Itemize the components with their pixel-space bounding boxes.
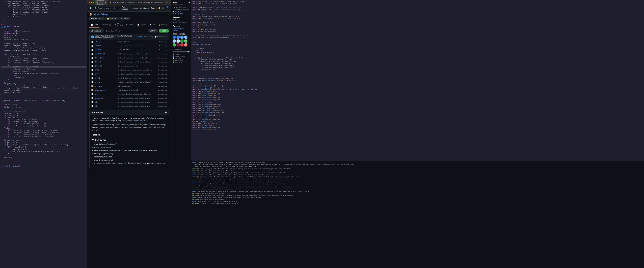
table-row[interactable]: 🖼️ screenshot.png Add README.md for this… [90,88,169,92]
code-button[interactable]: ↓ Code ▾ [159,29,169,32]
chat-message: warbucks: upstream: there's no reason no… [192,170,643,172]
branch-selector[interactable]: ⎇ c2a1a25d ▾ [90,29,104,32]
contributor-avatar[interactable]: a [184,35,188,39]
file-name[interactable]: Makefile [95,45,117,47]
table-row[interactable]: 📄 transient.c vim: Set noexpandtab to av… [90,96,169,100]
contributor-avatar[interactable]: r [184,39,188,43]
license-link[interactable]: ⚖ MIT License [172,13,190,14]
tab-issues[interactable]: ⚠ Issues 3 [100,22,113,28]
code-line: c->tags = c->tags & TAGMASK ? c->tags & … [1,87,86,89]
tab-actions[interactable]: ▶ Actions [125,22,136,28]
table-row[interactable]: 🖼️ dwm.png alternate dwm.png 11 years ag… [90,84,169,88]
contributor-avatar[interactable]: t [176,39,180,43]
commit-sha[interactable]: c2a1a25 [136,36,142,38]
file-area[interactable]: ⎇ c2a1a25d ▾ ⑂ 2 branches 🏷 74 tags Go t… [88,28,171,268]
file-name[interactable]: config.mk [95,65,117,67]
table-row[interactable]: 📄 README.md Add ability to specify remas… [90,52,169,56]
publish-package-link[interactable]: Publish your first package [172,28,190,31]
go-to-file-button[interactable]: Go to file [148,29,158,32]
maximize-dot[interactable] [93,2,94,3]
tab-code[interactable]: 📄 Code [90,22,100,28]
tab-close-button[interactable]: × [105,2,106,3]
file-name[interactable]: drw.h [95,73,117,75]
repo-name[interactable]: dwm [102,13,108,16]
code-line: r = &rules[i]; [1,55,86,58]
file-name[interactable]: dwm.1 [95,77,117,79]
unwatch-button[interactable]: 👁 Unwatch 1 [90,17,104,20]
tab-pull-requests[interactable]: ⇄ Pull requests [113,22,124,28]
table-row[interactable]: 📄 README update README: remove mentionin… [90,48,169,52]
nav-issues[interactable]: Issues [133,7,138,9]
file-name[interactable]: README.md [95,53,117,55]
file-name[interactable]: dwm.c [95,81,117,83]
file-name[interactable]: sync [95,93,117,95]
star-button[interactable]: ⭐ Star 26 [106,17,118,20]
table-row[interactable]: 📄 dwm.c Add ability to specify remaster/… [90,80,169,84]
new-button[interactable]: +▾ [162,7,164,9]
language-name: Objective-C [174,55,182,57]
table-row[interactable]: 📄 dwm.1 dwm.1: fix wrong text in man pag… [90,76,169,80]
language-item: C 85.0% [172,53,190,55]
fork-button[interactable]: ⑂ Fork 4 [119,17,130,20]
contributor-avatar[interactable]: l [172,43,176,46]
back-button[interactable]: ← [166,1,168,3]
code-line: if (*x > sw) *x = sw - WIDTH(c); [1,119,86,121]
readme-link[interactable]: 📖 Readme [172,11,190,12]
github-logo[interactable]: ⊕ [90,6,92,10]
contributor-avatar[interactable]: h [180,35,184,39]
nav-marketplace[interactable]: Marketplace [140,7,149,9]
tab-wiki[interactable]: 📖 Wiki [148,22,157,28]
table-row[interactable]: 📄 Makefile Makefile: just show the compi… [90,44,169,48]
file-name[interactable]: config.h [95,61,117,63]
file-name[interactable]: transient.c [95,97,117,99]
table-row[interactable]: 📄 config.mk Set march/mtune and use -O3 … [90,64,169,68]
table-row[interactable]: 📄 sync sync: Don't do anything if merge-… [90,92,169,96]
table-row[interactable]: 📄 util.h vim: Set noexpandtab to avoid m… [90,104,169,108]
file-name[interactable]: dwm.png [95,85,117,87]
table-row[interactable]: 📄 config.h Add ability to specify remast… [90,60,169,64]
contributor-avatar[interactable]: n [184,43,188,46]
contributor-avatar[interactable]: c [172,35,176,39]
sync-link[interactable]: sync [139,120,142,122]
address-bar[interactable]: 🔒 github.com/cdown/dwm/tree/c2a1a258a45f… [108,1,164,4]
table-row[interactable]: 📄 drw.c drw: Maintain const-correctness … [90,68,169,72]
file-name[interactable]: util.h [95,105,117,107]
search-box[interactable]: 🔍 Search or jump to ... / [93,6,120,10]
browser-tab[interactable]: cdown/dwm at c2a1a25d... × [95,0,107,5]
code-line: /* compile-time check if all tags fit in… [192,34,643,36]
table-row[interactable]: 📄 LICENSE Prepare 6.2 release. 3 years a… [90,40,169,44]
table-row[interactable]: 📄 config.def.h Add tagallmon function to… [90,56,169,60]
file-name[interactable]: config.def.h [95,57,117,59]
list-item: raiseconfigure (not upstreamed, can be s… [94,149,167,152]
file-name[interactable]: drw.c [95,69,117,71]
create-release-link[interactable]: Create a new release [172,21,190,23]
repo-owner[interactable]: cdown [93,13,100,16]
gear-icon[interactable]: ⚙ [188,1,190,3]
right-panel-code: static void dr_awell_2 = { "xfce-termina… [191,0,644,161]
tab-insights[interactable]: 📊 Insights [169,22,171,28]
tab-security[interactable]: 🔒 Security [157,22,169,28]
tab-projects[interactable]: 📋 Projects [136,22,148,28]
file-type-icon: 📄 [91,93,94,95]
close-dot[interactable] [89,2,90,3]
table-row[interactable]: 📄 util.c vim: Set noexpandtab to avoid m… [90,100,169,104]
file-name[interactable]: README [95,49,117,51]
contributor-avatar[interactable]: p [180,43,184,46]
minimize-dot[interactable] [91,2,92,3]
notifications-button[interactable]: 🔔 [158,7,161,9]
patches-heading: Patches [92,133,167,137]
user-menu-button[interactable]: 👤▾ [166,6,169,10]
table-row[interactable]: 📄 drw.h vim: Set noexpandtab to avoid me… [90,72,169,76]
edit-readme-button[interactable]: ✏ [165,111,167,114]
file-name[interactable]: screenshot.png [95,89,117,91]
forward-button[interactable]: → [169,1,171,3]
commit-message[interactable]: cdown Add ability to specify remaster/mf… [95,35,135,39]
contributor-avatar[interactable]: j [180,39,184,43]
nav-pull-requests[interactable]: Pull requests [122,6,131,10]
contributor-avatar[interactable]: k [176,43,180,46]
nav-explore[interactable]: Explore [151,7,156,9]
file-name[interactable]: util.c [95,101,117,103]
file-name[interactable]: LICENSE [95,41,117,43]
contributor-avatar[interactable]: s [176,35,180,39]
contributor-avatar[interactable]: m [172,39,176,43]
